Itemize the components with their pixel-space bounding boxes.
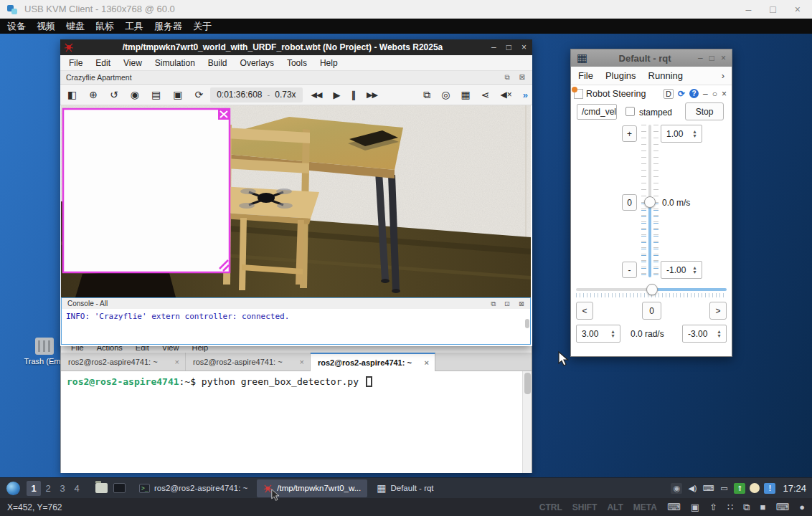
webots-menu-help[interactable]: Help — [320, 58, 338, 68]
rqt-menu-file[interactable]: File — [578, 70, 593, 81]
virtual-keyboard-icon[interactable]: ⌨ — [667, 502, 681, 512]
workspace-2[interactable]: 2 — [41, 481, 55, 496]
webots-titlebar[interactable]: /tmp/tmpwkn7wrt0_world_with_URDF_robot.w… — [60, 39, 532, 55]
linear-max-spinbox[interactable]: 1.00 ▴▾ — [661, 125, 702, 143]
angular-slider-handle[interactable] — [646, 284, 658, 295]
restore-viewpoint-icon[interactable]: ↺ — [110, 90, 118, 100]
remote-desktop[interactable]: Trash (Emp File Actions Edit View Help r… — [0, 34, 812, 477]
taskbar-item-terminal[interactable]: >_ ros2@ros2-aspire4741: ~ — [133, 479, 254, 497]
kvm-minimize-button[interactable]: – — [746, 4, 752, 15]
mute-sound-icon[interactable]: ◀× — [501, 90, 512, 99]
terminal-tab-1[interactable]: ros2@ros2-aspire4741: ~ × — [61, 353, 186, 371]
robot-steering-header[interactable]: Robot Steering D ⟳ ? – ○ × — [571, 85, 732, 102]
rqt-menu-overflow-icon[interactable]: › — [722, 70, 724, 81]
update-manager-tray-icon[interactable]: ⇑ — [734, 483, 745, 494]
pause-icon[interactable]: ∥ — [351, 90, 355, 100]
rqt-menu-plugins[interactable]: Plugins — [605, 70, 636, 81]
display-tray-icon[interactable]: ▭ — [718, 483, 730, 494]
webots-restore-button[interactable]: □ — [506, 42, 511, 52]
toolbar-overflow-icon[interactable]: » — [523, 90, 528, 100]
topic-input[interactable]: /cmd_vel — [577, 104, 617, 120]
rqt-close-button[interactable]: × — [721, 53, 726, 63]
meta-modifier[interactable]: META — [633, 502, 657, 512]
webots-world-tab[interactable]: Crazyflie Apartment — [66, 73, 132, 82]
terminal-tab-3[interactable]: ros2@ros2-aspire4741: ~ × — [311, 353, 435, 371]
ctrl-modifier[interactable]: CTRL — [539, 502, 562, 512]
robot-window-icon[interactable]: ⧉ — [423, 90, 430, 100]
show-desktop-icon[interactable] — [113, 483, 126, 493]
kvm-menu-server[interactable]: 服务器 — [154, 20, 182, 33]
kvm-menu-tools[interactable]: 工具 — [125, 20, 143, 33]
close-plugin-icon[interactable]: × — [722, 89, 727, 99]
video-capture-icon[interactable]: ■ — [760, 502, 766, 512]
angular-zero-button[interactable]: 0 — [642, 302, 661, 320]
linear-min-spinbox[interactable]: -1.00 ▴▾ — [661, 261, 702, 279]
workspace-4[interactable]: 4 — [70, 481, 84, 496]
webots-menu-build[interactable]: Build — [208, 58, 227, 68]
angular-slider-track[interactable] — [576, 288, 652, 291]
open-world-icon[interactable]: ▤ — [151, 90, 161, 100]
linear-zero-button[interactable]: 0 — [622, 194, 637, 211]
angular-left-button[interactable]: < — [576, 302, 593, 320]
kvm-menu-device[interactable]: 设备 — [7, 20, 26, 33]
spin-down-icon[interactable]: ▾ — [693, 270, 696, 274]
kvm-menu-about[interactable]: 关于 — [193, 20, 212, 33]
webots-close-button[interactable]: × — [521, 42, 527, 52]
console-log[interactable]: INFO: 'Crazyflie' extern controller: con… — [62, 309, 530, 344]
console-new-icon[interactable]: ⧉ — [491, 300, 496, 308]
webots-menu-view[interactable]: View — [123, 58, 142, 68]
mouse-status-icon[interactable]: ● — [799, 502, 805, 512]
rqt-titlebar[interactable]: ▦ Default - rqt – □ × — [571, 49, 732, 67]
camera-overlay[interactable] — [63, 109, 230, 272]
linear-slider-track-active[interactable] — [648, 202, 651, 277]
fast-forward-icon[interactable]: ▶▶ — [367, 91, 377, 99]
webots-console-header[interactable]: Console - All ⧉ ⊡ ⊠ — [62, 298, 530, 309]
keyboard-status-icon[interactable]: ⌨ — [775, 502, 789, 512]
angular-right-button[interactable]: > — [709, 302, 727, 320]
rewind-icon[interactable]: ◀◀ — [311, 91, 322, 99]
screenshot-icon[interactable]: ◎ — [441, 90, 450, 100]
stamped-checkbox[interactable] — [625, 107, 635, 116]
terminal-tab-3-close-icon[interactable]: × — [425, 358, 429, 367]
upload-icon[interactable]: ⇧ — [709, 502, 717, 512]
reload-world-icon[interactable]: ⟳ — [194, 90, 203, 100]
refresh-plugin-icon[interactable]: ⟳ — [678, 89, 685, 99]
angular-min-spinbox[interactable]: -3.00 ▴▾ — [682, 325, 727, 343]
volume-tray-icon[interactable]: ◀) — [686, 483, 698, 494]
touch-points-icon[interactable]: ∷ — [727, 502, 733, 512]
linear-increase-button[interactable]: + — [622, 125, 637, 142]
console-float-icon[interactable]: ⊡ — [504, 300, 510, 308]
minimize-plugin-icon[interactable]: – — [703, 89, 708, 99]
screenshot-tray-icon[interactable]: ◉ — [671, 483, 682, 494]
webots-menu-edit[interactable]: Edit — [95, 58, 110, 68]
float-tab-icon[interactable]: ⧉ — [504, 73, 509, 82]
kvm-menu-mouse[interactable]: 鼠标 — [95, 20, 114, 33]
webots-menu-file[interactable]: File — [69, 58, 82, 68]
close-tab-icon[interactable]: ⊠ — [519, 73, 525, 82]
spin-down-icon[interactable]: ▾ — [693, 134, 696, 138]
notification-tray-icon[interactable] — [750, 483, 760, 493]
rqt-minimize-button[interactable]: – — [698, 53, 703, 63]
step-icon[interactable]: ▶ — [333, 90, 339, 100]
console-close-icon[interactable]: ⊠ — [519, 300, 524, 308]
kvm-close-button[interactable]: × — [795, 4, 801, 15]
default-perspective-icon[interactable]: D — [664, 89, 674, 99]
keyboard-layout-tray-icon[interactable]: ⌨ — [702, 483, 714, 494]
kvm-menu-video[interactable]: 视频 — [37, 20, 55, 33]
webots-3d-viewport[interactable] — [61, 105, 531, 297]
float-plugin-icon[interactable]: ○ — [712, 89, 717, 99]
linear-slider-track[interactable] — [648, 125, 651, 202]
console-scrollbar[interactable] — [525, 319, 529, 328]
linear-decrease-button[interactable]: - — [622, 262, 637, 278]
target-view-icon[interactable]: ◉ — [131, 90, 139, 100]
rqt-menu-running[interactable]: Running — [648, 70, 683, 81]
file-manager-icon[interactable] — [95, 483, 108, 493]
movie-recording-icon[interactable]: ▦ — [461, 90, 471, 100]
app-launcher-icon[interactable] — [6, 482, 20, 495]
save-world-icon[interactable]: ▣ — [173, 90, 182, 100]
terminal-tab-2-close-icon[interactable]: × — [300, 358, 304, 366]
help-plugin-icon[interactable]: ? — [689, 89, 699, 98]
kvm-menu-keyboard[interactable]: 键盘 — [66, 20, 85, 33]
spin-down-icon[interactable]: ▾ — [717, 334, 720, 338]
stop-button[interactable]: Stop — [685, 102, 724, 120]
